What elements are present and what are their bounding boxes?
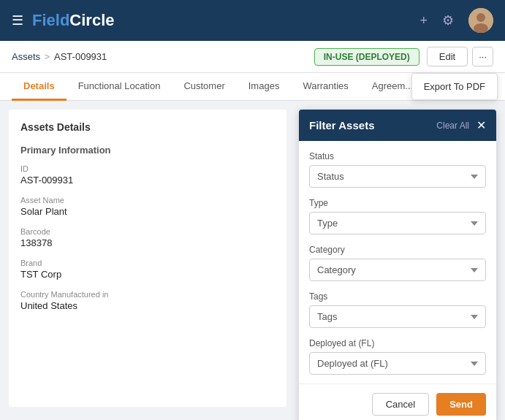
filter-type-label: Type [309,198,486,208]
filter-deployed-at-label: Deployed at (FL) [309,338,486,348]
status-badge: IN-USE (DEPLOYED) [314,48,419,66]
filter-status-field: Status Status Active Inactive In-Use (De… [309,151,486,188]
field-brand: Brand TST Corp [20,259,275,280]
filter-title: Filter Assets [309,119,436,131]
filter-footer: Cancel Send [299,383,496,420]
tab-details[interactable]: Details [12,73,67,101]
app-logo: FieldCircle [32,11,115,30]
filter-body: Status Status Active Inactive In-Use (De… [299,141,496,383]
breadcrumb-separator: > [45,52,50,62]
field-asset-name: Asset Name Solar Plant [20,196,275,217]
main-content: Assets Details Primary Information ID AS… [0,101,505,416]
avatar[interactable] [468,8,493,33]
section-title: Primary Information [20,145,275,156]
panel-title: Assets Details [20,121,275,133]
breadcrumb-bar: Assets > AST-009931 IN-USE (DEPLOYED) Ed… [0,41,505,73]
filter-header: Filter Assets Clear All ✕ [299,110,496,141]
breadcrumb-current: AST-009931 [54,51,107,62]
field-country: Country Manufactured in United States [20,290,275,311]
filter-status-label: Status [309,151,486,161]
send-button[interactable]: Send [436,393,486,416]
breadcrumb-assets-link[interactable]: Assets [12,51,40,62]
logo-circle: Circle [69,11,114,29]
tab-images[interactable]: Images [237,73,292,101]
tab-functional-location[interactable]: Functional Location [67,73,172,101]
field-id: ID AST-009931 [20,164,275,186]
filter-tags-field: Tags Tags Critical Standard [309,291,486,328]
export-tooltip[interactable]: Export To PDF [411,73,498,100]
filter-category-select[interactable]: Category HVAC Electrical Mechanical [309,259,486,281]
filter-tags-select[interactable]: Tags Critical Standard [309,305,486,328]
filter-type-field: Type Type Equipment Facility Vehicle [309,198,486,234]
top-navigation: ☰ FieldCircle + ⚙ [0,0,505,41]
plus-icon[interactable]: + [419,13,428,28]
filter-panel: Filter Assets Clear All ✕ Status Status … [299,110,496,420]
filter-category-field: Category Category HVAC Electrical Mechan… [309,245,486,281]
logo-field: Field [32,11,69,29]
clear-all-button[interactable]: Clear All [436,121,469,131]
asset-details-panel: Assets Details Primary Information ID AS… [9,110,286,407]
close-icon[interactable]: ✕ [476,118,486,132]
edit-button[interactable]: Edit [427,47,468,66]
filter-deployed-at-select[interactable]: Deployed at (FL) Location A Location B [309,352,486,375]
filter-status-select[interactable]: Status Active Inactive In-Use (Deployed) [309,165,486,188]
filter-type-select[interactable]: Type Equipment Facility Vehicle [309,212,486,234]
hamburger-icon[interactable]: ☰ [12,12,23,28]
field-barcode: Barcode 138378 [20,227,275,248]
filter-category-label: Category [309,245,486,255]
tab-warranties[interactable]: Warranties [291,73,360,101]
svg-point-1 [476,13,485,22]
more-button[interactable]: ··· [472,47,493,66]
tab-customer[interactable]: Customer [172,73,236,101]
filter-deployed-at-field: Deployed at (FL) Deployed at (FL) Locati… [309,338,486,375]
gear-icon[interactable]: ⚙ [442,12,454,28]
cancel-button[interactable]: Cancel [372,393,429,416]
filter-tags-label: Tags [309,291,486,302]
